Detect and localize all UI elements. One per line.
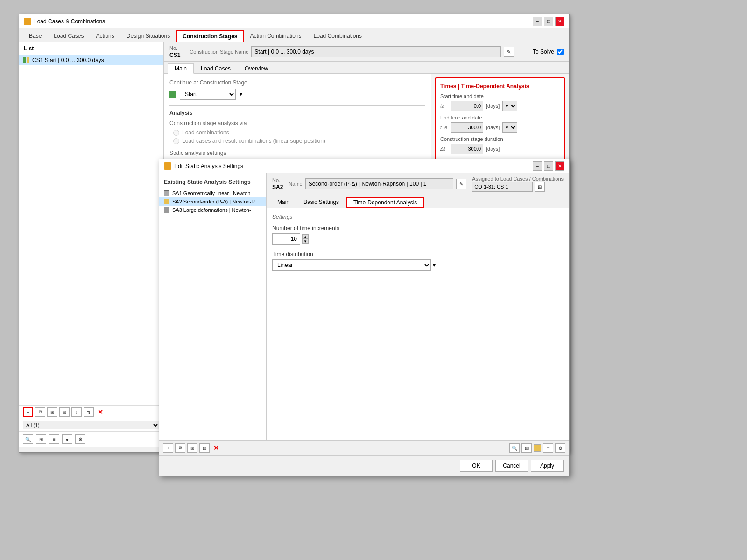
- sort2-button[interactable]: ⇅: [84, 407, 94, 417]
- dialog-minimize[interactable]: –: [533, 161, 542, 171]
- green-square: [23, 57, 26, 63]
- bottom-tools: 🔍 ⊞ ≡ ● ⚙: [19, 431, 163, 447]
- dialog-footer: OK Cancel Apply: [159, 455, 569, 476]
- num-incr-input[interactable]: [272, 233, 300, 245]
- cancel-button[interactable]: Cancel: [495, 460, 528, 472]
- dialog-assigned-input[interactable]: [472, 182, 533, 192]
- continue-select-row: Start ▾: [169, 89, 425, 100]
- end-sub-label: t_e: [440, 125, 448, 130]
- tool5-button[interactable]: ⚙: [75, 434, 85, 444]
- start-time-row: t₀ [days] ▾: [440, 101, 560, 111]
- tab-actions[interactable]: Actions: [90, 30, 120, 42]
- dialog-inner-tab-bar: Main Basic Settings Time-Dependent Analy…: [267, 195, 569, 208]
- dialog-copy-button[interactable]: ⧉: [175, 443, 185, 453]
- cs1-list-item[interactable]: CS1 Start | 0.0 ... 300.0 days: [19, 55, 163, 65]
- main-window-title: Load Cases & Combinations: [34, 18, 105, 25]
- sa2-icon: [164, 199, 169, 204]
- stage-color-indicator: [169, 91, 176, 98]
- filter-select[interactable]: All (1): [23, 421, 160, 429]
- dialog-sort-button[interactable]: ≡: [543, 443, 553, 453]
- tab-load-combinations[interactable]: Load Combinations: [308, 30, 368, 42]
- sa3-item[interactable]: SA3 Large deformations | Newton-: [159, 206, 266, 214]
- minimize-button[interactable]: –: [533, 17, 542, 26]
- dialog-close[interactable]: ✕: [555, 161, 564, 171]
- dialog-tool2-button[interactable]: ⊞: [521, 443, 532, 453]
- start-time-input[interactable]: [451, 101, 483, 111]
- continue-select[interactable]: Start: [180, 89, 236, 100]
- apply-button[interactable]: Apply: [531, 460, 564, 472]
- ok-button[interactable]: OK: [460, 460, 493, 472]
- dialog-color-button[interactable]: [534, 444, 541, 452]
- sa2-item[interactable]: SA2 Second-order (P-Δ) | Newton-R: [159, 197, 266, 206]
- tab-load-cases-inner[interactable]: Load Cases: [194, 63, 238, 73]
- tab-action-combinations[interactable]: Action Combinations: [244, 30, 308, 42]
- tool2-button[interactable]: ⊞: [36, 434, 46, 444]
- dialog-right-panel: No. SA2 Name ✎ Assigned to Load Cases / …: [267, 173, 569, 440]
- delete-cs-button[interactable]: ✕: [98, 408, 103, 416]
- tool3-button[interactable]: ≡: [49, 434, 59, 444]
- tab-base[interactable]: Base: [23, 30, 48, 42]
- copy-cs-button[interactable]: ⧉: [35, 407, 45, 417]
- toggle1-button[interactable]: ⊞: [47, 407, 57, 417]
- spin-up-button[interactable]: ▲: [302, 234, 309, 239]
- cs-name-edit-button[interactable]: ✎: [504, 47, 514, 57]
- analysis-section: Analysis Construction stage analysis via…: [169, 110, 425, 144]
- radio-load-cases[interactable]: [173, 138, 179, 144]
- tab-main[interactable]: Main: [168, 63, 194, 74]
- maximize-button[interactable]: □: [544, 17, 553, 26]
- main-tab-bar: Base Load Cases Actions Design Situation…: [19, 28, 569, 42]
- app-icon: [24, 18, 31, 25]
- dialog-no-group: No. SA2: [272, 177, 283, 190]
- continue-label: Continue at Construction Stage: [169, 79, 425, 86]
- radio-load-combinations[interactable]: [173, 130, 179, 136]
- dialog-settings-button[interactable]: ⚙: [555, 443, 565, 453]
- dialog-title-text: Edit Static Analysis Settings: [174, 163, 243, 169]
- main-titlebar: Load Cases & Combinations – □ ✕: [19, 14, 569, 28]
- close-button[interactable]: ✕: [555, 17, 564, 26]
- sort1-button[interactable]: ↕: [71, 407, 82, 417]
- cs1-label: CS1 Start | 0.0 ... 300.0 days: [32, 57, 104, 63]
- radio-label-2: Load cases and result combinations (line…: [182, 138, 325, 144]
- sa1-label: SA1 Geometrically linear | Newton-: [172, 190, 252, 196]
- tool4-button[interactable]: ●: [62, 434, 72, 444]
- add-cs-button[interactable]: +: [23, 407, 33, 417]
- num-incr-row: ▲ ▼: [272, 233, 564, 245]
- tab-construction-stages[interactable]: Construction Stages: [176, 30, 244, 42]
- dialog-assigned-group: Assigned to Load Cases / Combinations ⊞: [472, 176, 564, 192]
- end-unit-select[interactable]: ▾: [502, 122, 517, 133]
- dialog-icon: [164, 162, 171, 170]
- sa1-item[interactable]: SA1 Geometrically linear | Newton-: [159, 189, 266, 197]
- dialog-name-input[interactable]: [305, 178, 454, 189]
- dialog-maximize[interactable]: □: [544, 161, 553, 171]
- sa3-icon: [164, 207, 169, 213]
- inner-tab-bar: Main Load Cases Overview: [164, 62, 569, 74]
- dialog-toggle1-button[interactable]: ⊞: [187, 443, 197, 453]
- dialog-add-button[interactable]: +: [163, 443, 173, 453]
- dialog-tab-basic-settings[interactable]: Basic Settings: [296, 197, 346, 208]
- dialog-search-button[interactable]: 🔍: [509, 443, 520, 453]
- left-panel: List CS1 Start | 0.0 ... 300.0 days + ⧉ …: [19, 42, 164, 447]
- search-tool-button[interactable]: 🔍: [23, 434, 33, 444]
- spin-down-button[interactable]: ▼: [302, 239, 309, 244]
- time-dist-select[interactable]: Linear: [272, 259, 431, 271]
- dialog-name-label: Name: [289, 181, 302, 187]
- dialog-delete-button[interactable]: ✕: [213, 444, 219, 452]
- dialog-name-edit-btn[interactable]: ✎: [456, 179, 466, 189]
- dialog-title: Edit Static Analysis Settings: [164, 162, 243, 170]
- duration-input[interactable]: [451, 144, 483, 154]
- end-time-label: End time and date: [440, 115, 560, 120]
- dialog-assigned-edit-btn[interactable]: ⊞: [535, 182, 545, 192]
- toggle2-button[interactable]: ⊟: [59, 407, 70, 417]
- dialog-assigned-label: Assigned to Load Cases / Combinations: [472, 176, 564, 182]
- dialog-left-header: Existing Static Analysis Settings: [159, 177, 266, 187]
- dialog-tab-main[interactable]: Main: [270, 197, 296, 208]
- tab-overview[interactable]: Overview: [238, 63, 275, 73]
- tab-design-situations[interactable]: Design Situations: [120, 30, 176, 42]
- cs-name-input[interactable]: [251, 46, 501, 57]
- end-time-input[interactable]: [451, 122, 483, 133]
- to-solve-checkbox[interactable]: [557, 49, 564, 55]
- start-unit-select[interactable]: ▾: [502, 101, 517, 111]
- dialog-toggle2-button[interactable]: ⊟: [199, 443, 210, 453]
- dialog-tab-time-dependent[interactable]: Time-Dependent Analysis: [346, 197, 424, 208]
- tab-load-cases[interactable]: Load Cases: [48, 30, 90, 42]
